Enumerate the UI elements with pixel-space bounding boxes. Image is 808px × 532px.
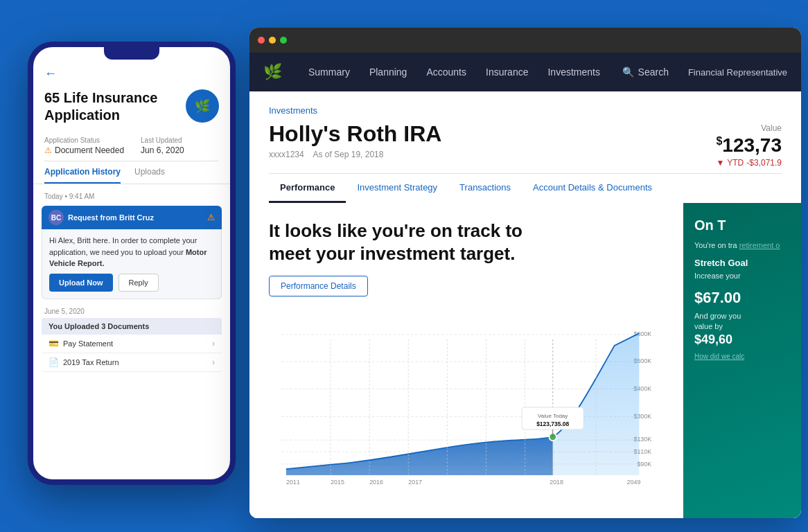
on-track-body: You're on tra retirement o [694, 240, 790, 251]
close-dot[interactable] [258, 37, 265, 44]
phone-title: 65 Life Insurance Application [44, 89, 169, 124]
nav-item-insurance[interactable]: Insurance [476, 53, 538, 91]
tab-transactions[interactable]: Transactions [448, 174, 522, 203]
svg-text:Value Today: Value Today [538, 413, 568, 419]
phone-notch [104, 47, 159, 60]
increase-label: Increase your [694, 271, 790, 281]
account-header: Investments Holly's Roth IRA xxxx1234 As… [249, 91, 801, 203]
tab-uploads[interactable]: Uploads [134, 161, 165, 184]
performance-details-button[interactable]: Performance Details [269, 276, 368, 296]
upload-now-button[interactable]: Upload Now [49, 274, 113, 292]
chevron-right-icon: › [212, 339, 215, 348]
nav-bar: 🌿 Summary Planning Accounts Insurance In… [249, 53, 801, 91]
pay-statement-label: Pay Statement [63, 339, 113, 348]
tab-application-history[interactable]: Application History [44, 161, 121, 184]
phone-device: ← 65 Life Insurance Application 🌿 Applic… [28, 42, 236, 485]
reply-button[interactable]: Reply [118, 274, 159, 292]
account-number: xxxx1234 [269, 150, 304, 159]
minimize-dot[interactable] [269, 37, 276, 44]
on-track-panel: On Track You're on tra retirement o Stre… [683, 203, 801, 518]
warning-icon: ⚠ [44, 145, 52, 155]
account-tabs: Performance Investment Strategy Transact… [269, 173, 782, 203]
phone-content: ← 65 Life Insurance Application 🌿 Applic… [33, 60, 230, 479]
history-date-today: Today • 9:41 AM [33, 190, 230, 203]
financial-rep-label: Financial Representative [678, 67, 787, 78]
grow-amount: $49,60 [694, 332, 790, 347]
value-amount: $123,73 [716, 134, 782, 157]
phone-tabs: Application History Uploads [33, 161, 230, 184]
tab-performance[interactable]: Performance [269, 174, 346, 203]
svg-text:$123,735.08: $123,735.08 [536, 420, 569, 427]
as-of-date: As of Sep 19, 2018 [313, 150, 383, 159]
how-did-we-calculate-link[interactable]: How did we calc [694, 353, 790, 360]
account-subtitle: xxxx1234 As of Sep 19, 2018 [269, 150, 441, 159]
search-button[interactable]: 🔍 Search [613, 66, 678, 78]
performance-chart: $600K $500K $400K $300K $130K $110K $90K [269, 308, 664, 507]
doc-item-tax-return[interactable]: 📄 2019 Tax Return › [42, 353, 222, 372]
on-track-link[interactable]: retirement o [739, 241, 780, 249]
svg-text:2018: 2018 [550, 479, 563, 486]
message-sender: BC Request from Britt Cruz [49, 210, 154, 225]
stretch-goal-label: Stretch Goal [694, 258, 790, 268]
status-row: Application Status ⚠ Document Needed Las… [33, 132, 230, 161]
application-status-value: ⚠ Document Needed [44, 145, 124, 155]
tab-investment-strategy[interactable]: Investment Strategy [346, 174, 448, 203]
account-value-column: Value $123,73 ▼ YTD -$3,071.9 [716, 123, 782, 168]
svg-text:2017: 2017 [408, 479, 422, 486]
pay-statement-icon: 💳 [49, 339, 59, 348]
search-icon: 🔍 [622, 66, 634, 78]
sender-avatar: BC [49, 210, 64, 225]
on-track-title: On Track [694, 217, 790, 233]
tax-return-icon: 📄 [49, 357, 59, 367]
svg-text:2049: 2049 [627, 479, 641, 486]
breadcrumb[interactable]: Investments [269, 105, 782, 116]
value-label: Value [716, 123, 782, 133]
last-updated-value: Jun 6, 2020 [141, 145, 184, 155]
chevron-right-icon-2: › [212, 357, 215, 367]
tax-return-label: 2019 Tax Return [63, 358, 119, 366]
last-updated-label: Last Updated [141, 136, 184, 144]
ytd-value: -$3,071.9 [746, 158, 782, 168]
message-header: BC Request from Britt Cruz ⚠ [42, 206, 222, 229]
avatar: 🌿 [186, 89, 219, 123]
account-title: Holly's Roth IRA [269, 121, 441, 147]
nav-item-summary[interactable]: Summary [299, 53, 360, 91]
brand-logo: 🌿 [263, 63, 282, 81]
nav-item-planning[interactable]: Planning [360, 53, 417, 91]
back-button[interactable]: ← [44, 66, 57, 81]
browser-window: 🌿 Summary Planning Accounts Insurance In… [249, 28, 801, 518]
application-status-label: Application Status [44, 136, 124, 144]
message-body: Hi Alex, Britt here. In order to complet… [42, 229, 222, 299]
grow-text: And grow youvalue by [694, 311, 790, 332]
message-block: BC Request from Britt Cruz ⚠ Hi Alex, Br… [42, 206, 222, 299]
svg-text:2015: 2015 [331, 479, 344, 486]
doc-item-pay-statement[interactable]: 💳 Pay Statement › [42, 335, 222, 353]
ytd-row: ▼ YTD -$3,071.9 [716, 158, 782, 168]
logo-icon: 🌿 [195, 98, 210, 114]
chart-headline: It looks like you're on track to meet yo… [269, 220, 532, 265]
chart-main: It looks like you're on track to meet yo… [249, 203, 683, 518]
nav-item-investments[interactable]: Investments [538, 53, 609, 91]
svg-text:2011: 2011 [286, 479, 300, 486]
warning-icon-msg: ⚠ [207, 213, 215, 222]
tab-account-details[interactable]: Account Details & Documents [522, 174, 663, 203]
phone-title-section: 65 Life Insurance Application 🌿 [33, 85, 230, 132]
search-label: Search [638, 66, 669, 78]
section-date: June 5, 2020 [33, 302, 230, 318]
status-col-application: Application Status ⚠ Document Needed [44, 136, 124, 155]
maximize-dot[interactable] [280, 37, 287, 44]
stretch-amount: $67.00 [694, 289, 790, 307]
svg-text:2016: 2016 [369, 479, 383, 486]
uploaded-header: You Uploaded 3 Documents [42, 318, 222, 335]
browser-chrome-bar [249, 28, 801, 53]
chart-area: It looks like you're on track to meet yo… [249, 203, 801, 518]
nav-item-accounts[interactable]: Accounts [416, 53, 476, 91]
status-col-updated: Last Updated Jun 6, 2020 [141, 136, 184, 155]
message-text: Hi Alex, Britt here. In order to complet… [49, 236, 197, 256]
history-section: Today • 9:41 AM BC Request from Britt Cr… [33, 184, 230, 479]
action-buttons: Upload Now Reply [49, 269, 214, 293]
ytd-arrow-icon: ▼ [716, 158, 724, 168]
account-title-row: Holly's Roth IRA xxxx1234 As of Sep 19, … [269, 121, 782, 168]
ytd-label: YTD [727, 158, 744, 168]
phone-header: ← [33, 60, 230, 85]
